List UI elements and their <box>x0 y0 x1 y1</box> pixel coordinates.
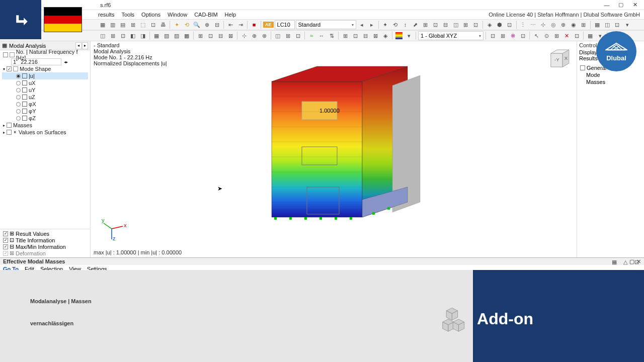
tb-icon[interactable]: ◫ <box>603 20 612 29</box>
radio[interactable] <box>16 102 21 107</box>
nav-prev-icon[interactable]: ◂ <box>357 20 366 29</box>
gradient-icon[interactable] <box>394 31 404 40</box>
tb-icon[interactable]: ↖ <box>532 31 541 40</box>
radio[interactable] <box>16 74 21 78</box>
tb-icon[interactable]: ▾ <box>623 20 632 29</box>
panel-next[interactable]: ▸ <box>82 42 88 49</box>
tb-icon[interactable]: ◈ <box>381 31 390 40</box>
opt-title-info[interactable]: Title Information <box>16 237 55 243</box>
tb-icon[interactable]: ⊞ <box>421 20 430 29</box>
tree-mode-shape[interactable]: Mode Shape <box>20 66 51 72</box>
tb-icon[interactable]: ▩ <box>182 31 191 40</box>
tb-icon[interactable]: ⊡ <box>293 31 302 40</box>
tree-phiz[interactable]: φZ <box>2 115 88 122</box>
tb-icon[interactable]: ↕ <box>401 20 410 29</box>
cube-icon[interactable]: ⬢ <box>495 20 504 29</box>
checkbox[interactable]: ✓ <box>3 251 8 256</box>
tree-uy[interactable]: uY <box>2 86 88 94</box>
tb-icon[interactable]: ⊟ <box>216 31 225 40</box>
tb-icon[interactable]: ⊞ <box>461 20 470 29</box>
radio[interactable] <box>16 88 21 93</box>
model-viewport[interactable]: - Standard Modal Analysis Mode No. 1 - 2… <box>91 41 577 257</box>
menu-results[interactable]: results <box>98 12 114 18</box>
checkbox[interactable]: ✓ <box>3 238 8 243</box>
tb-icon[interactable]: ◫ <box>273 31 282 40</box>
menu-options[interactable]: Options <box>141 12 160 18</box>
tb-icon[interactable]: ◫ <box>451 20 460 29</box>
checkbox[interactable] <box>7 123 12 128</box>
tb-icon[interactable]: ↔ <box>317 31 326 40</box>
opt-maxmin-info[interactable]: Max/Min Information <box>16 244 66 250</box>
stop-icon[interactable]: ■ <box>250 20 259 29</box>
tb-icon[interactable]: ◉ <box>569 20 578 29</box>
close-button[interactable]: ✕ <box>628 1 642 10</box>
tb-icon[interactable]: ⊞ <box>108 31 117 40</box>
tb-icon[interactable]: ⊞ <box>552 31 561 40</box>
minimize-button[interactable]: — <box>600 1 614 10</box>
panel-tab-icon[interactable]: ⊡ <box>632 257 641 266</box>
tb-icon[interactable]: ⊗ <box>260 31 269 40</box>
tree-values-surfaces[interactable]: Values on Surfaces <box>19 129 66 135</box>
tb-icon[interactable]: ◎ <box>549 20 558 29</box>
loadcase-combo[interactable]: LC10 <box>275 20 295 29</box>
tb-icon[interactable]: ◈ <box>485 20 494 29</box>
tb-icon[interactable]: ⊡ <box>488 31 497 40</box>
checkbox[interactable]: ✓ <box>7 66 12 71</box>
tb-icon[interactable]: ▥ <box>108 20 117 29</box>
tree-phiy[interactable]: φY <box>2 108 88 115</box>
tb-icon[interactable]: ⊡ <box>351 31 360 40</box>
tb-icon[interactable]: ⋯ <box>529 20 538 29</box>
tb-icon[interactable]: ⟲ <box>182 20 191 29</box>
panel-tab-icon[interactable]: △ <box>621 257 630 266</box>
radio[interactable] <box>16 109 21 114</box>
tb-icon[interactable]: ⊟ <box>441 20 450 29</box>
tb-icon[interactable]: ⊠ <box>371 31 380 40</box>
maximize-button[interactable]: ▢ <box>614 1 628 10</box>
panel-prev[interactable]: ◂ <box>75 42 82 49</box>
tb-icon[interactable]: ⊞ <box>196 31 205 40</box>
tb-icon[interactable]: ⊕ <box>202 20 211 29</box>
tb-icon[interactable]: ⊡ <box>613 20 622 29</box>
tb-icon[interactable]: ⊞ <box>579 20 588 29</box>
checkbox[interactable] <box>580 65 585 70</box>
tb-icon[interactable]: ▧ <box>162 31 171 40</box>
tb-icon[interactable]: ⊠ <box>226 31 235 40</box>
tb-icon[interactable]: 🔍 <box>192 20 201 29</box>
tb-icon[interactable]: ▦ <box>98 20 107 29</box>
tb-icon[interactable]: ⊞ <box>128 20 137 29</box>
tb-icon[interactable]: ✦ <box>381 20 390 29</box>
tb-icon[interactable]: ≈ <box>307 31 316 40</box>
tb-icon[interactable]: ▤ <box>118 20 127 29</box>
tb-icon[interactable]: ⊡ <box>431 20 440 29</box>
tree-ux[interactable]: uX <box>2 79 88 86</box>
tb-icon[interactable]: ⟲ <box>391 20 400 29</box>
tb-icon[interactable]: ▦ <box>593 20 602 29</box>
tb-icon[interactable]: ◫ <box>98 31 107 40</box>
freq-spinner[interactable]: 1 22.216 <box>11 58 61 65</box>
tb-icon[interactable]: ⬚ <box>138 20 147 29</box>
menu-help[interactable]: Help <box>225 12 236 18</box>
tb-icon[interactable]: ⊡ <box>206 31 215 40</box>
radio[interactable] <box>16 95 21 100</box>
opt-deformation[interactable]: Deformation <box>16 250 46 256</box>
tb-icon[interactable]: ⊡ <box>148 20 157 29</box>
tree-phix[interactable]: φX <box>2 101 88 108</box>
radio[interactable] <box>16 81 21 85</box>
tb-icon[interactable]: ⇥ <box>236 20 245 29</box>
opt-result-values[interactable]: Result Values <box>16 231 49 237</box>
menu-tools[interactable]: Tools <box>121 12 134 18</box>
tb-icon[interactable]: ⊞ <box>498 31 507 40</box>
tb-icon[interactable]: ⊞ <box>283 31 292 40</box>
checkbox[interactable]: ✓ <box>3 244 8 249</box>
tb-icon[interactable]: ⊹ <box>239 31 249 40</box>
panel-tab-icon[interactable]: ▦ <box>610 257 619 266</box>
tb-icon[interactable]: ⊟ <box>212 20 221 29</box>
tb-icon[interactable]: ⋮ <box>519 20 528 29</box>
tb-icon[interactable]: ⊙ <box>542 31 551 40</box>
tb-icon[interactable]: ◧ <box>128 31 137 40</box>
tb-icon[interactable]: ✕ <box>562 31 571 40</box>
tb-icon[interactable]: ⊡ <box>572 31 581 40</box>
tb-icon[interactable]: ⬈ <box>411 20 420 29</box>
cs-combo[interactable]: 1 - Global XYZ▾ <box>418 31 484 40</box>
view-cube[interactable]: -Y X <box>545 45 573 72</box>
